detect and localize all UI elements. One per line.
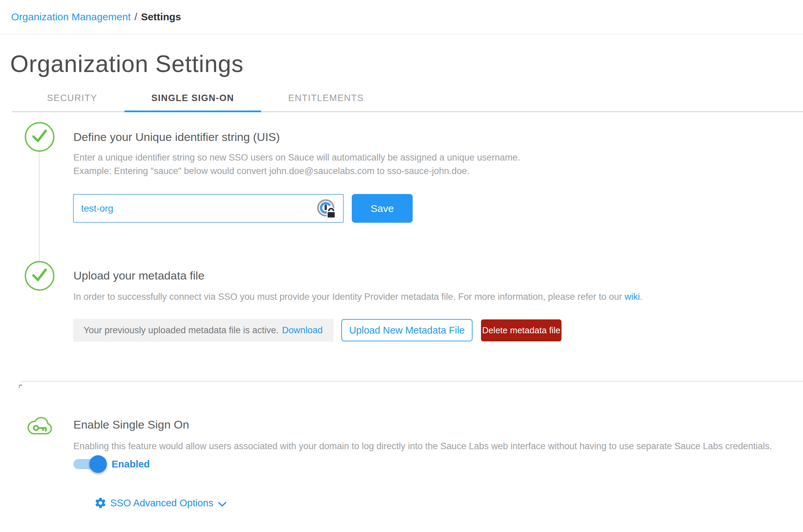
- single-sign-on-panel: Define your Unique identifier string (UI…: [0, 112, 803, 532]
- metadata-heading: Upload your metadata file: [73, 269, 204, 282]
- download-link[interactable]: Download: [282, 325, 323, 336]
- metadata-description-text: In order to successfully connect via SSO…: [73, 292, 622, 302]
- uis-input-group: [73, 194, 344, 223]
- breadcrumb-separator: /: [134, 11, 137, 23]
- breadcrumb: Organization Management / Settings: [0, 0, 803, 35]
- breadcrumb-current: Settings: [141, 11, 181, 23]
- breadcrumb-parent-link[interactable]: Organization Management: [11, 11, 131, 23]
- tab-entitlements[interactable]: ENTITLEMENTS: [261, 93, 391, 112]
- tab-security[interactable]: SECURITY: [20, 93, 125, 112]
- step-2-complete-badge: [25, 261, 54, 291]
- metadata-status-box: Your previously uploaded metadata file i…: [73, 319, 333, 342]
- sso-toggle-knob[interactable]: [89, 455, 107, 473]
- enable-sso-heading: Enable Single Sign On: [73, 418, 189, 431]
- save-button[interactable]: Save: [352, 194, 413, 223]
- cloud-key-icon: [25, 413, 55, 437]
- divider-resize-mark: [19, 385, 22, 388]
- upload-new-metadata-button[interactable]: Upload New Metadata File: [341, 319, 473, 341]
- sso-advanced-options-label: SSO Advanced Options: [110, 497, 214, 509]
- sso-toggle[interactable]: [73, 459, 103, 469]
- metadata-actions-row: Your previously uploaded metadata file i…: [73, 319, 562, 342]
- wiki-link[interactable]: wiki: [625, 292, 640, 302]
- page-title: Organization Settings: [10, 52, 803, 76]
- metadata-status-text: Your previously uploaded metadata file i…: [84, 325, 279, 336]
- uis-description-line2: Example: Entering "sauce" below would co…: [73, 164, 520, 178]
- step-1-complete-badge: [25, 122, 54, 152]
- sso-toggle-row: Enabled: [73, 459, 150, 469]
- sso-toggle-label: Enabled: [112, 459, 150, 470]
- sso-advanced-options-button[interactable]: SSO Advanced Options: [94, 497, 226, 509]
- uis-heading: Define your Unique identifier string (UI…: [73, 131, 280, 144]
- tab-bar: SECURITY SINGLE SIGN-ON ENTITLEMENTS: [12, 93, 803, 112]
- tab-single-sign-on[interactable]: SINGLE SIGN-ON: [125, 93, 261, 112]
- delete-metadata-button[interactable]: Delete metadata file: [481, 319, 562, 341]
- uis-description: Enter a unique identifier string so new …: [73, 151, 520, 178]
- chevron-down-icon: [218, 500, 226, 506]
- step-connector-line: [39, 152, 40, 261]
- gear-icon: [94, 497, 107, 509]
- onepassword-lock-icon[interactable]: [316, 198, 335, 219]
- enable-sso-description: Enabling this feature would allow users …: [73, 439, 772, 453]
- check-icon: [31, 267, 48, 284]
- metadata-description-period: .: [640, 292, 643, 302]
- metadata-description: In order to successfully connect via SSO…: [73, 290, 642, 304]
- uis-input[interactable]: [73, 194, 344, 223]
- uis-description-line1: Enter a unique identifier string so new …: [73, 151, 520, 164]
- check-icon: [31, 129, 48, 145]
- section-divider: [21, 381, 803, 382]
